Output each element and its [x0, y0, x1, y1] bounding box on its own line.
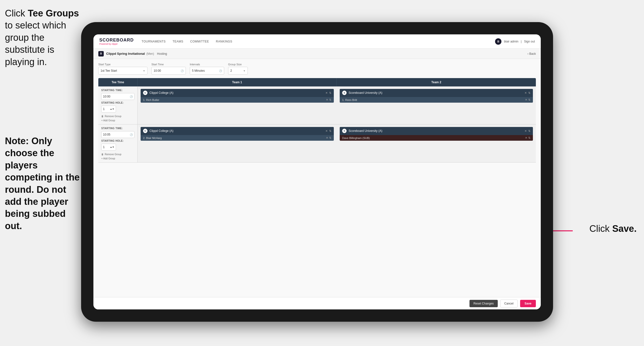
group1-hole-input[interactable]: 1 ▲▼ — [101, 106, 116, 112]
table-row: STARTING TIME: 10:05 🕐 STARTING HOLE: 1 … — [98, 124, 536, 163]
tee-groups-bold: Tee Groups — [28, 8, 79, 18]
intervals-select[interactable]: 5 Minutes 🕐 — [190, 67, 224, 75]
trash-icon-2: 🗑 — [101, 153, 104, 156]
group1-team1-arrows-icon[interactable]: ⇅ — [329, 91, 331, 94]
group1-team2-arrows-icon[interactable]: ⇅ — [528, 91, 530, 94]
group1-time-value: 10:00 — [103, 95, 110, 98]
remove-group-button-1[interactable]: 🗑 Remove Group — [101, 115, 134, 118]
reset-changes-button[interactable]: Reset Changes — [470, 300, 498, 307]
group1-team1-remove-icon[interactable]: ✕ — [326, 91, 328, 94]
navbar: SCOREBOARD Powered by clippd TOURNAMENTS… — [94, 34, 541, 49]
group2-hole-input[interactable]: 1 ▲▼ — [101, 144, 116, 151]
note-text: Note: Only choose the players competing … — [5, 135, 81, 232]
nav-committee[interactable]: COMMITTEE — [190, 39, 209, 44]
group1-hole-arrows-icon: ▲▼ — [110, 108, 114, 110]
th-team1: Team 1 — [138, 78, 337, 86]
group2-starting-hole-label: STARTING HOLE: — [101, 139, 134, 142]
tablet-frame: SCOREBOARD Powered by clippd TOURNAMENTS… — [81, 22, 553, 322]
group1-team2-player1: 1. Rees Britt ✕ ⇅ — [340, 97, 533, 103]
group-size-label: Group Size — [228, 63, 248, 66]
group2-time-value: 10:05 — [103, 133, 110, 136]
breadcrumb-title: Clippd Spring Invitational — [106, 52, 145, 55]
start-type-value: 1st Tee Start — [100, 69, 117, 72]
group1-hole-value: 1 — [103, 107, 105, 111]
content-area: Start Type 1st Tee Start ▼ Start Time 10… — [94, 59, 541, 297]
start-type-select[interactable]: 1st Tee Start ▼ — [98, 67, 148, 75]
remove-group-button-2[interactable]: 🗑 Remove Group — [101, 153, 134, 156]
group1-team1: C Clippd College (A) ✕ ⇅ 1. Rich Butler … — [138, 86, 337, 124]
group2-team1-icon: C — [143, 129, 148, 133]
group2-team2-name: Scoreboard University (A) — [348, 129, 524, 133]
nav-tournaments[interactable]: TOURNAMENTS — [142, 39, 166, 44]
group1-team2-icon: S — [342, 91, 346, 95]
group2-team1-controls: ✕ ⇅ — [326, 129, 331, 133]
start-time-select[interactable]: 10:00 🕐 — [152, 67, 186, 75]
group1-team2-remove-icon[interactable]: ✕ — [524, 91, 527, 94]
tablet-screen: SCOREBOARD Powered by clippd TOURNAMENTS… — [94, 34, 541, 310]
group1-team1-player1-remove-icon[interactable]: ✕ — [326, 98, 328, 101]
add-group-button-1[interactable]: + Add Group — [101, 119, 134, 122]
group1-clock-icon: 🕐 — [130, 95, 133, 98]
group2-team2-player1-remove-icon[interactable]: ✕ — [525, 136, 527, 139]
group1-starting-time-label: STARTING TIME: — [101, 89, 134, 92]
group1-left: STARTING TIME: 10:00 🕐 STARTING HOLE: 1 … — [98, 86, 138, 124]
group1-team1-controls: ✕ ⇅ — [326, 91, 331, 94]
start-type-label: Start Type — [98, 63, 148, 66]
breadcrumb-icon: B — [98, 51, 104, 56]
group2-team1-player1-arrows-icon[interactable]: ⇅ — [329, 136, 331, 139]
group1-team1-player1: 1. Rich Butler ✕ ⇅ — [140, 97, 334, 103]
group2-team2-arrows-icon[interactable]: ⇅ — [528, 129, 530, 133]
intervals-value: 5 Minutes — [192, 69, 205, 72]
group2-clock-icon: 🕐 — [130, 133, 133, 136]
add-group-button-2[interactable]: + Add Group — [101, 157, 134, 160]
remove-group-label-1: Remove Group — [105, 115, 122, 118]
group1-team2-card: S Scoreboard University (A) ✕ ⇅ 1. Rees … — [340, 89, 533, 103]
admin-name: blair admin — [504, 40, 518, 43]
group2-team2-player1-name: Dave Billingham (SUB) — [342, 137, 525, 139]
group2-team1-player1: 2. Blair McHarg ✕ ⇅ — [140, 135, 334, 141]
group2-team2-player1-arrows-icon[interactable]: ⇅ — [528, 136, 530, 139]
group2-team1-name: Clippd College (A) — [150, 129, 326, 133]
logo-sub: Powered by clippd — [99, 43, 134, 45]
group-size-select[interactable]: 2 ▼ — [228, 67, 248, 75]
group1-team1-name: Clippd College (A) — [150, 91, 326, 94]
intervals-field: Intervals 5 Minutes 🕐 — [190, 63, 224, 75]
note-bold: Note: Only choose the players competing … — [5, 136, 80, 231]
group2-hole-value: 1 — [103, 145, 105, 149]
back-button[interactable]: ‹ Back — [528, 52, 536, 55]
nav-separator: | — [521, 40, 522, 43]
group1-team2-header: S Scoreboard University (A) ✕ ⇅ — [340, 89, 533, 97]
clock-icon: 🕐 — [181, 69, 184, 72]
nav-teams[interactable]: TEAMS — [172, 39, 183, 44]
group1-team1-player1-arrows-icon[interactable]: ⇅ — [329, 98, 331, 101]
group2-left: STARTING TIME: 10:05 🕐 STARTING HOLE: 1 … — [98, 124, 138, 162]
group1-team1-player1-name: 1. Rich Butler — [143, 98, 326, 101]
sign-out-link[interactable]: Sign out — [524, 40, 535, 43]
group2-team1-remove-icon[interactable]: ✕ — [326, 129, 328, 133]
start-time-field: Start Time 10:00 🕐 — [152, 63, 186, 75]
nav-rankings[interactable]: RANKINGS — [216, 39, 232, 44]
group1-time-input[interactable]: 10:00 🕐 — [101, 93, 134, 100]
group1-team2-player1-arrows-icon[interactable]: ⇅ — [528, 98, 530, 101]
group-size-arrow-icon: ▼ — [243, 69, 246, 72]
footer-bar: Reset Changes Cancel Save — [94, 297, 541, 310]
group2-team2-player1: Dave Billingham (SUB) ✕ ⇅ — [340, 135, 533, 141]
cancel-button[interactable]: Cancel — [500, 300, 518, 308]
logo-scoreboard: SCOREBOARD — [99, 37, 134, 43]
group2-team1-header: C Clippd College (A) ✕ ⇅ — [140, 127, 334, 135]
intervals-label: Intervals — [190, 63, 224, 66]
group2-team1-player1-remove-icon[interactable]: ✕ — [326, 136, 328, 139]
group2-team2-header: S Scoreboard University (A) ✕ ⇅ — [340, 127, 533, 135]
group2-team1-card: C Clippd College (A) ✕ ⇅ 2. Blair McHarg… — [140, 127, 334, 141]
save-button[interactable]: Save — [520, 300, 536, 307]
group1-team2-player1-remove-icon[interactable]: ✕ — [525, 98, 527, 101]
add-group-label-2: + Add Group — [101, 157, 115, 160]
group2-team1-arrows-icon[interactable]: ⇅ — [329, 129, 331, 133]
trash-icon: 🗑 — [101, 115, 104, 118]
group1-team2-controls: ✕ ⇅ — [524, 91, 530, 94]
remove-group-label-2: Remove Group — [105, 153, 122, 156]
group1-team2-name: Scoreboard University (A) — [348, 91, 524, 94]
group2-team2-remove-icon[interactable]: ✕ — [524, 129, 527, 133]
th-tee-time: Tee Time — [98, 78, 138, 86]
group2-time-input[interactable]: 10:05 🕐 — [101, 131, 134, 138]
